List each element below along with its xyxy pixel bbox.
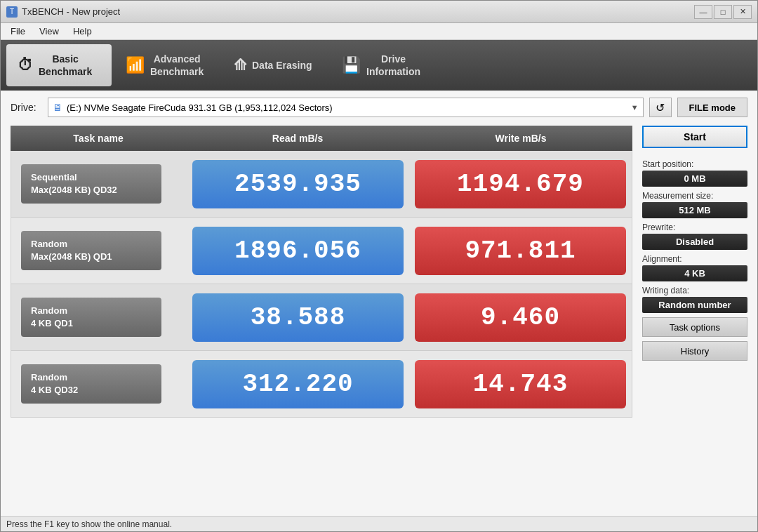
file-mode-button[interactable]: FILE mode bbox=[677, 98, 747, 117]
menu-file[interactable]: File bbox=[4, 25, 32, 38]
prewrite-value: Disabled bbox=[642, 234, 747, 250]
tab-data-erasing[interactable]: ⟰ Data Erasing bbox=[222, 44, 328, 86]
main-window: T TxBENCH - New project — □ ✕ File View … bbox=[0, 0, 758, 532]
read-cell-4: 312.220 bbox=[187, 354, 409, 414]
drive-select-text: (E:) NVMe Seagate FireCuda 931.31 GB (1,… bbox=[67, 102, 333, 113]
drive-select[interactable]: 🖥 (E:) NVMe Seagate FireCuda 931.31 GB (… bbox=[48, 98, 644, 117]
tab-basic-benchmark[interactable]: ⏱ BasicBenchmark bbox=[6, 44, 112, 86]
alignment-value: 4 KB bbox=[642, 265, 747, 281]
measurement-size-label: Measurement size: bbox=[642, 191, 747, 201]
tab-advanced-benchmark[interactable]: 📶 AdvancedBenchmark bbox=[114, 44, 220, 86]
task-name-cell-2: RandomMax(2048 KB) QD1 bbox=[11, 225, 187, 276]
read-value-3: 38.588 bbox=[192, 293, 404, 342]
read-cell-1: 2539.935 bbox=[187, 154, 409, 214]
app-icon: T bbox=[6, 6, 18, 18]
table-header: Task name Read mB/s Write mB/s bbox=[11, 126, 632, 151]
table-row: Random4 KB QD1 38.588 9.460 bbox=[11, 284, 632, 351]
read-value-2: 1896.056 bbox=[192, 227, 404, 275]
header-write: Write mB/s bbox=[409, 126, 632, 151]
title-bar-left: T TxBENCH - New project bbox=[6, 6, 120, 18]
close-button[interactable]: ✕ bbox=[733, 5, 752, 19]
title-controls: — □ ✕ bbox=[694, 5, 752, 19]
advanced-benchmark-label: AdvancedBenchmark bbox=[150, 53, 204, 78]
table-row: RandomMax(2048 KB) QD1 1896.056 971.811 bbox=[11, 218, 632, 284]
basic-benchmark-icon: ⏱ bbox=[18, 56, 33, 74]
prewrite-label: Prewrite: bbox=[642, 222, 747, 232]
advanced-benchmark-icon: 📶 bbox=[126, 56, 145, 74]
read-value-1: 2539.935 bbox=[192, 160, 404, 208]
window-title: TxBENCH - New project bbox=[22, 6, 120, 17]
drive-dropdown-arrow: ▼ bbox=[631, 103, 639, 112]
table-row: SequentialMax(2048 KB) QD32 2539.935 119… bbox=[11, 151, 632, 218]
task-name-1: SequentialMax(2048 KB) QD32 bbox=[21, 164, 161, 204]
writing-data-value: Random number bbox=[642, 297, 747, 313]
main-area: Task name Read mB/s Write mB/s Sequentia… bbox=[11, 126, 747, 509]
sidebar: Start Start position: 0 MB Measurement s… bbox=[642, 126, 747, 509]
writing-data-label: Writing data: bbox=[642, 286, 747, 295]
read-cell-3: 38.588 bbox=[187, 288, 409, 347]
minimize-button[interactable]: — bbox=[694, 5, 712, 19]
start-position-value: 0 MB bbox=[642, 171, 747, 187]
write-cell-4: 14.743 bbox=[409, 354, 632, 414]
status-text: Press the F1 key to show the online manu… bbox=[6, 519, 172, 529]
write-cell-1: 1194.679 bbox=[409, 154, 632, 214]
task-name-cell-4: Random4 KB QD32 bbox=[11, 359, 187, 409]
task-options-button[interactable]: Task options bbox=[642, 317, 747, 337]
maximize-button[interactable]: □ bbox=[714, 5, 732, 19]
write-cell-3: 9.460 bbox=[409, 288, 632, 347]
data-erasing-icon: ⟰ bbox=[234, 56, 246, 74]
basic-benchmark-label: BasicBenchmark bbox=[39, 53, 92, 78]
benchmark-table: Task name Read mB/s Write mB/s Sequentia… bbox=[11, 126, 632, 509]
menu-bar: File View Help bbox=[1, 23, 757, 40]
write-value-1: 1194.679 bbox=[415, 160, 626, 208]
history-button[interactable]: History bbox=[642, 341, 747, 361]
title-bar: T TxBENCH - New project — □ ✕ bbox=[1, 1, 757, 23]
content-area: Drive: 🖥 (E:) NVMe Seagate FireCuda 931.… bbox=[1, 91, 757, 516]
task-name-cell-3: Random4 KB QD1 bbox=[11, 292, 187, 343]
task-name-2: RandomMax(2048 KB) QD1 bbox=[21, 231, 161, 270]
menu-view[interactable]: View bbox=[32, 25, 66, 38]
drive-information-label: DriveInformation bbox=[366, 53, 420, 78]
header-read: Read mB/s bbox=[186, 126, 409, 151]
write-cell-2: 971.811 bbox=[409, 221, 632, 281]
measurement-size-value: 512 MB bbox=[642, 202, 747, 218]
write-value-3: 9.460 bbox=[415, 293, 626, 342]
alignment-label: Alignment: bbox=[642, 254, 747, 264]
write-value-2: 971.811 bbox=[415, 227, 626, 275]
start-button[interactable]: Start bbox=[642, 126, 747, 148]
drive-row: Drive: 🖥 (E:) NVMe Seagate FireCuda 931.… bbox=[11, 98, 747, 117]
drive-information-icon: 💾 bbox=[342, 56, 361, 74]
drive-select-icon: 🖥 bbox=[53, 102, 62, 113]
header-task-name: Task name bbox=[11, 126, 186, 151]
status-bar: Press the F1 key to show the online manu… bbox=[1, 516, 757, 531]
data-erasing-label: Data Erasing bbox=[252, 59, 312, 72]
refresh-button[interactable]: ↺ bbox=[649, 98, 672, 117]
start-position-label: Start position: bbox=[642, 159, 747, 169]
task-name-3: Random4 KB QD1 bbox=[21, 298, 161, 337]
task-name-4: Random4 KB QD32 bbox=[21, 364, 161, 404]
write-value-4: 14.743 bbox=[415, 360, 626, 408]
toolbar: ⏱ BasicBenchmark 📶 AdvancedBenchmark ⟰ D… bbox=[1, 40, 757, 91]
read-value-4: 312.220 bbox=[192, 360, 404, 408]
menu-help[interactable]: Help bbox=[66, 25, 99, 38]
drive-label: Drive: bbox=[11, 102, 42, 113]
read-cell-2: 1896.056 bbox=[187, 221, 409, 281]
task-name-cell-1: SequentialMax(2048 KB) QD32 bbox=[11, 159, 187, 209]
tab-drive-information[interactable]: 💾 DriveInformation bbox=[331, 44, 436, 86]
table-row: Random4 KB QD32 312.220 14.743 bbox=[11, 351, 632, 418]
